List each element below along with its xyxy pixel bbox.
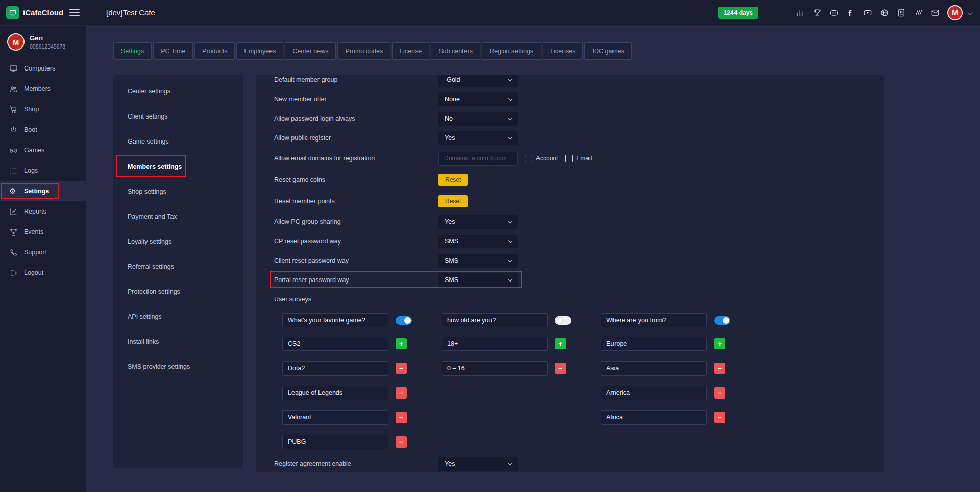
topbar-actions: 1244 days M [718,5,980,20]
add-option-button[interactable]: + [714,338,725,349]
survey-option-input[interactable]: Europe [601,337,707,351]
add-option-button[interactable]: + [396,338,407,349]
chevron-down-icon [508,461,512,465]
new-member-offer-select[interactable]: None [438,92,518,106]
tab-promo-codes[interactable]: Promo codes [337,42,390,60]
remove-option-button[interactable]: – [396,387,407,399]
settings-nav-client-settings[interactable]: Client settings [113,104,243,129]
field-label: Reset game coins [274,176,438,183]
settings-nav-members-settings[interactable]: Members settings [113,154,243,179]
tab-pc-time[interactable]: PC Time [153,42,193,60]
mail-icon[interactable] [930,8,940,17]
settings-nav-game-settings[interactable]: Game settings [113,129,243,154]
reset-game-coins-button[interactable]: Reset [438,174,468,186]
sidebar-item-support[interactable]: Support [0,242,86,263]
survey-option-input[interactable]: PUBG [282,435,388,449]
settings-nav-install-links[interactable]: Install links [113,329,243,354]
tab-sub-centers[interactable]: Sub centers [431,42,480,60]
tab-region-settings[interactable]: Region settings [482,42,541,60]
sidebar-item-logout[interactable]: Logout [0,263,86,283]
survey-question-input[interactable]: What's your favorite game? [282,313,388,327]
settings-nav-center-settings[interactable]: Center settings [113,79,243,104]
default-member-group-select[interactable]: -Gold [438,75,518,87]
checkbox-icon [565,155,573,162]
discord-icon[interactable] [829,8,839,17]
stats-icon[interactable] [796,8,805,17]
remove-option-button[interactable]: – [714,387,725,399]
survey-toggle[interactable] [714,316,730,325]
logo-text: iCafeCloud [23,8,63,17]
tab-employees[interactable]: Employees [236,42,283,60]
survey-option-input[interactable]: 18+ [442,337,548,351]
sidebar-item-computers[interactable]: Computers [0,58,86,79]
remove-option-button[interactable]: – [714,363,725,374]
settings-nav-referral-settings[interactable]: Referral settings [113,254,243,279]
remove-option-button[interactable]: – [714,412,725,423]
chevron-down-icon [508,219,512,223]
survey-toggle[interactable] [555,316,571,325]
passport-icon[interactable] [897,8,906,17]
survey-option-input[interactable]: Asia [601,361,707,376]
sidebar-item-games[interactable]: Games [0,140,86,160]
client-reset-password-way-select[interactable]: SMS [438,254,518,268]
cp-reset-password-way-select[interactable]: SMS [438,235,518,248]
settings-nav-loyalty-settings[interactable]: Loyalty settings [113,229,243,254]
sidebar-item-shop[interactable]: Shop [0,99,86,120]
sidebar-item-logs[interactable]: Logs [0,160,86,181]
tab-products[interactable]: Products [194,42,235,60]
survey-option-input[interactable]: Valorant [282,410,388,425]
youtube-icon[interactable] [863,8,872,17]
survey-option-input[interactable]: League of Legends [282,386,388,400]
remove-option-button[interactable]: – [396,436,407,448]
globe-icon[interactable] [880,8,889,17]
survey-option-input[interactable]: 0 – 16 [442,361,548,376]
survey-toggle[interactable] [396,316,412,325]
sidebar-item-reports[interactable]: Reports [0,201,86,222]
license-days-badge[interactable]: 1244 days [718,7,758,19]
remove-option-button[interactable]: – [555,363,566,374]
account-checkbox[interactable]: Account [525,155,558,162]
tab-settings[interactable]: Settings [113,42,152,60]
settings-nav-api-settings[interactable]: API settings [113,304,243,329]
user-name: Geri [30,34,65,42]
reset-member-points-button[interactable]: Reset [438,195,468,207]
field-label: Client reset password way [274,257,438,264]
survey-question-input[interactable]: Where are you from? [601,313,707,327]
sidebar-item-members[interactable]: Members [0,79,86,99]
survey-option-input[interactable]: Dota2 [282,361,388,376]
sidebar-item-label: Computers [24,65,55,72]
layers-icon[interactable] [914,8,923,17]
remove-option-button[interactable]: – [396,363,407,374]
tab-center-news[interactable]: Center news [285,42,336,60]
allow-pc-group-sharing-select[interactable]: Yes [438,215,518,229]
facebook-icon[interactable] [846,8,855,17]
allow-public-register-select[interactable]: Yes [438,131,518,145]
sidebar-item-label: Reports [24,208,46,215]
trophy-icon[interactable] [813,8,822,17]
remove-option-button[interactable]: – [396,412,407,423]
settings-nav-protection-settings[interactable]: Protection settings [113,279,243,304]
sidebar-item-events[interactable]: Events [0,222,86,242]
hamburger-icon[interactable] [69,7,80,18]
survey-option-input[interactable]: Africa [601,410,707,425]
settings-nav-sms-provider-settings[interactable]: SMS provider settings [113,354,243,379]
tab-licenses[interactable]: Licenses [543,42,583,60]
sidebar-item-boot[interactable]: Boot [0,120,86,140]
settings-nav-shop-settings[interactable]: Shop settings [113,179,243,204]
user-avatar[interactable]: M [947,5,963,20]
email-checkbox[interactable]: Email [565,155,592,162]
add-option-button[interactable]: + [555,338,566,349]
survey-option-input[interactable]: CS2 [282,337,388,351]
checkbox-label: Account [536,155,558,162]
chevron-down-icon[interactable] [968,10,973,15]
tab-license[interactable]: License [392,42,429,60]
settings-nav-payment-and-tax[interactable]: Payment and Tax [113,204,243,229]
tab-idc-games[interactable]: IDC games [584,42,632,60]
portal-reset-password-way-select[interactable]: SMS [438,273,518,287]
survey-question-input[interactable]: how old are you? [442,313,548,327]
allow-password-login-always-select[interactable]: No [438,112,518,126]
register-agreement-enable-select[interactable]: Yes [438,457,518,471]
survey-option-input[interactable]: America [601,386,707,400]
email-domains-input[interactable] [438,152,518,166]
sidebar-item-settings[interactable]: ⚙ Settings [0,181,86,201]
